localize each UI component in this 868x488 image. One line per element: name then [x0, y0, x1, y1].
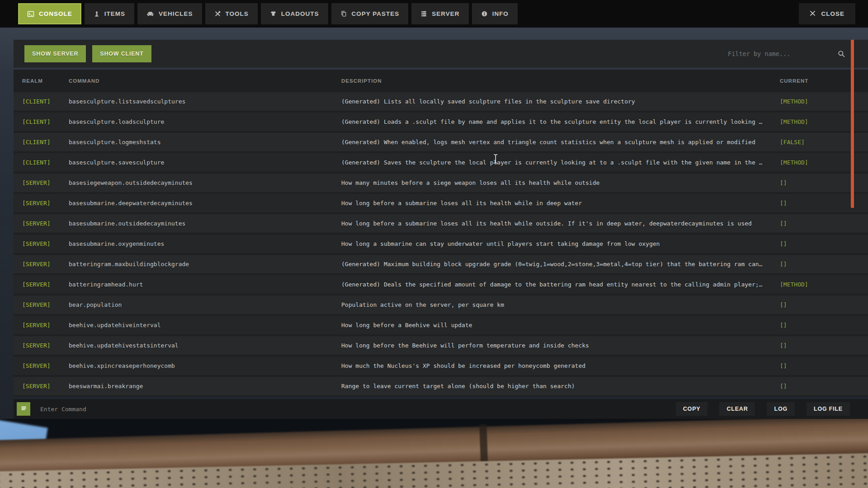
enter-command-input[interactable] — [40, 406, 676, 413]
row-command: basesubmarine.outsidedecayminutes — [69, 220, 341, 227]
search-icon[interactable] — [838, 50, 845, 58]
table-row[interactable]: [SERVER] batteringramhead.hurt (Generate… — [14, 275, 868, 294]
row-description: How long a submarine can stay underwater… — [341, 240, 780, 247]
row-description: (Generated) Maximum building block upgra… — [341, 261, 780, 267]
tab-loadouts[interactable]: LOADOUTS — [261, 3, 328, 24]
row-current: [] — [780, 301, 854, 308]
table-row[interactable]: [SERVER] basesubmarine.outsidedecayminut… — [14, 214, 868, 233]
table-row[interactable]: [CLIENT] basesculpture.savesculpture (Ge… — [14, 153, 868, 172]
server-icon — [420, 10, 427, 17]
game-scene — [0, 419, 868, 488]
row-current: [] — [780, 240, 854, 247]
show-client-button[interactable]: SHOW CLIENT — [92, 45, 151, 62]
table-row[interactable]: [SERVER] beehive.xpincreaseperhoneycomb … — [14, 357, 868, 375]
table-row[interactable]: [SERVER] beehive.updatehivestatsinterval… — [14, 336, 868, 355]
row-command: basesculpture.loadsculpture — [69, 118, 341, 125]
row-realm: [SERVER] — [22, 240, 69, 247]
console-icon — [27, 10, 34, 18]
scrollbar-thumb[interactable] — [851, 40, 854, 208]
row-realm: [CLIENT] — [22, 159, 69, 166]
row-description: How long before a Beehive will update — [341, 322, 780, 328]
tab-tools[interactable]: TOOLS — [205, 3, 258, 24]
row-description: (Generated) Loads a .sculpt file by name… — [341, 118, 780, 125]
row-current: [METHOD] — [780, 98, 854, 105]
row-realm: [CLIENT] — [22, 98, 69, 105]
row-description: How long before a submarine loses all it… — [341, 220, 780, 227]
row-command: beehive.updatehiveinterval — [69, 322, 341, 328]
command-menu-button[interactable] — [17, 402, 30, 416]
tab-vehicles[interactable]: VEHICLES — [137, 3, 202, 24]
row-description: How much the Nucleus's XP should be incr… — [341, 362, 780, 369]
row-description: (Generated) Lists all locally saved scul… — [341, 98, 780, 105]
table-row[interactable]: [SERVER] beehive.updatehiveinterval How … — [14, 316, 868, 334]
tab-copy-pastes[interactable]: COPY PASTES — [331, 3, 409, 24]
info-icon — [481, 10, 488, 17]
row-realm: [SERVER] — [22, 322, 69, 328]
row-realm: [CLIENT] — [22, 118, 69, 125]
row-current: [METHOD] — [780, 159, 854, 166]
row-command: batteringram.maxbuildingblockgrade — [69, 261, 341, 267]
row-current: [] — [780, 179, 854, 186]
header-realm: REALM — [22, 78, 69, 84]
copy-pastes-icon — [340, 10, 347, 17]
row-realm: [SERVER] — [22, 261, 69, 267]
console-panel: SHOW SERVER SHOW CLIENT REALM COMMAND DE… — [14, 40, 868, 419]
vehicles-icon — [146, 10, 154, 17]
row-current: [] — [780, 322, 854, 328]
table-row[interactable]: [CLIENT] basesculpture.logmeshstats (Gen… — [14, 133, 868, 151]
row-command: basesubmarine.oxygenminutes — [69, 240, 341, 247]
table-row[interactable]: [SERVER] basesubmarine.deepwaterdecaymin… — [14, 194, 868, 212]
tab-info[interactable]: INFO — [472, 3, 518, 24]
tab-server[interactable]: SERVER — [411, 3, 468, 24]
row-description: (Generated) When enabled, logs mesh vert… — [341, 139, 780, 145]
table-row[interactable]: [SERVER] beeswarmai.breakrange Range to … — [14, 377, 868, 395]
row-description: Range to leave current target alone (sho… — [341, 383, 780, 389]
table-header: REALM COMMAND DESCRIPTION CURRENT — [14, 70, 868, 92]
row-realm: [CLIENT] — [22, 139, 69, 145]
command-list: [CLIENT] basesculpture.listsavedsculptur… — [14, 92, 868, 397]
row-realm: [SERVER] — [22, 301, 69, 308]
log-button[interactable]: LOG — [767, 402, 794, 416]
loadouts-icon — [270, 10, 277, 17]
row-command: basesculpture.listsavedsculptures — [69, 98, 341, 105]
row-command: bear.population — [69, 301, 341, 308]
table-row[interactable]: [CLIENT] basesculpture.listsavedsculptur… — [14, 92, 868, 111]
filter-input[interactable] — [728, 50, 831, 57]
row-command: basesiegeweapon.outsidedecayminutes — [69, 179, 341, 186]
table-row[interactable]: [SERVER] bear.population Population acti… — [14, 296, 868, 314]
row-command: beehive.xpincreaseperhoneycomb — [69, 362, 341, 369]
row-description: (Generated) Saves the sculpture the loca… — [341, 159, 780, 166]
footer-buttons: COPY CLEAR LOG LOG FILE — [676, 402, 850, 416]
row-realm: [SERVER] — [22, 281, 69, 288]
show-server-button[interactable]: SHOW SERVER — [24, 45, 86, 62]
log-file-button[interactable]: LOG FILE — [807, 402, 850, 416]
row-description: How long before the Beehive will perform… — [341, 342, 780, 349]
row-description: How long before a submarine loses all it… — [341, 200, 780, 206]
row-current: [] — [780, 200, 854, 206]
row-command: batteringramhead.hurt — [69, 281, 341, 288]
tab-console[interactable]: CONSOLE — [18, 3, 81, 24]
header-command: COMMAND — [69, 78, 341, 84]
row-realm: [SERVER] — [22, 362, 69, 369]
row-command: beehive.updatehivestatsinterval — [69, 342, 341, 349]
clear-button[interactable]: CLEAR — [719, 402, 755, 416]
row-realm: [SERVER] — [22, 200, 69, 206]
row-current: [METHOD] — [780, 281, 854, 288]
table-row[interactable]: [SERVER] basesubmarine.oxygenminutes How… — [14, 235, 868, 253]
row-command: basesubmarine.deepwaterdecayminutes — [69, 200, 341, 206]
table-row[interactable]: [CLIENT] basesculpture.loadsculpture (Ge… — [14, 113, 868, 131]
copy-button[interactable]: COPY — [676, 402, 708, 416]
table-row[interactable]: [SERVER] batteringram.maxbuildingblockgr… — [14, 255, 868, 273]
row-current: [FALSE] — [780, 139, 854, 145]
row-command: beeswarmai.breakrange — [69, 383, 341, 389]
row-current: [METHOD] — [780, 118, 854, 125]
header-current: CURRENT — [780, 78, 854, 84]
row-realm: [SERVER] — [22, 220, 69, 227]
row-realm: [SERVER] — [22, 179, 69, 186]
close-button[interactable]: CLOSE — [799, 3, 855, 24]
console-toolbar: SHOW SERVER SHOW CLIENT — [14, 40, 868, 68]
close-label: CLOSE — [821, 10, 844, 17]
table-row[interactable]: [SERVER] basesiegeweapon.outsidedecaymin… — [14, 174, 868, 192]
header-description: DESCRIPTION — [341, 78, 780, 84]
tab-items[interactable]: ITEMS — [85, 3, 134, 24]
